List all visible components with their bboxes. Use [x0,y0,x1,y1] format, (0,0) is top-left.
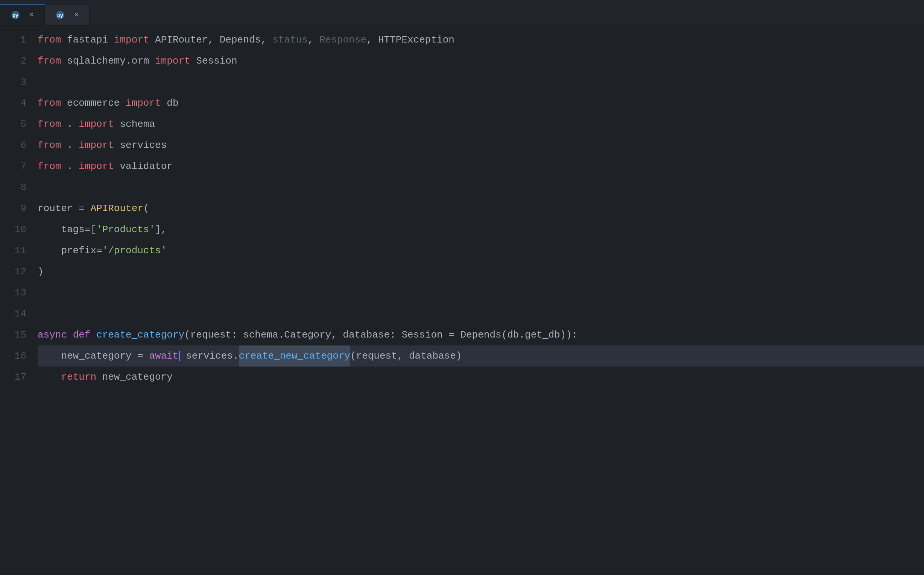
token-plain: router = [38,198,90,219]
tab-schema[interactable]: py × [45,5,90,25]
code-line: ⊟from fastapi import APIRouter, Depends,… [38,29,924,51]
code-line: from ecommerce import db [38,92,924,114]
code-line [38,303,924,324]
token-kw-from: from [38,156,61,177]
python-icon-2: py [55,10,65,20]
token-plain: services. [180,345,239,367]
token-kw-from: from [38,92,61,114]
token-kw-import: import [79,135,114,156]
token-plain: (request, database) [350,345,462,367]
token-plain: prefix= [38,240,102,261]
token-plain: ) [38,261,44,282]
token-plain: validator [114,156,173,177]
token-fn-name: create_category [96,324,184,345]
code-line: new_category = await services.create_new… [38,345,924,367]
tab-schema-close[interactable]: × [74,11,79,19]
token-plain: schema [114,114,155,135]
token-plain: (request: schema.Category, database: Ses… [184,324,577,345]
tab-bar: py × py × [0,0,924,25]
svg-text:py: py [57,13,63,18]
token-plain: APIRouter, Depends, [149,29,273,51]
token-dimmed: Response [319,29,366,51]
token-plain: ( [143,198,149,219]
token-kw-import: import [79,114,114,135]
token-kw-import: import [114,29,149,51]
token-plain: new_category [96,367,173,388]
token-plain: . [61,156,79,177]
code-line [38,177,924,198]
token-kw-from: from [38,29,61,51]
token-plain [90,324,96,345]
token-plain: . [61,114,79,135]
token-kw-def: def [73,324,91,345]
token-kw-from: from [38,51,61,71]
code-line: router = APIRouter( [38,198,924,219]
code-line: ⊟async def create_category(request: sche… [38,324,924,345]
token-kw-async: async [38,324,67,345]
token-kw-import: import [126,92,161,114]
token-plain: , [308,29,319,51]
code-line [38,282,924,303]
code-line: tags=['Products'], [38,219,924,240]
line-numbers: 1234567891011121314151617 [0,29,34,575]
token-plain: tags=[ [38,219,96,240]
token-class-name: APIRouter [90,198,143,219]
code-line: from sqlalchemy.orm import Session [38,51,924,71]
token-plain [38,367,61,388]
token-kw-import: import [155,51,190,71]
code-line: ⊟ return new_category [38,367,924,388]
token-plain: , HTTPException [366,29,455,51]
code-line: ⊟from . import validator [38,156,924,177]
token-plain: services [114,135,166,156]
token-string: '/products' [102,240,167,261]
token-string: 'Products' [96,219,155,240]
token-plain: Session [190,51,238,71]
code-content[interactable]: ⊟from fastapi import APIRouter, Depends,… [34,29,924,575]
token-highlight-method: create_new_category [239,345,350,367]
token-plain: fastapi [61,29,114,51]
token-kw-import: import [79,156,114,177]
code-area: 1234567891011121314151617 ⊟from fastapi … [0,25,924,575]
code-line: ) [38,261,924,282]
tab-router-close[interactable]: × [29,11,34,19]
token-kw-from: from [38,135,61,156]
token-plain: db [161,92,179,114]
svg-text:py: py [13,13,19,18]
code-line: from . import services [38,135,924,156]
token-plain [67,324,73,345]
tab-router[interactable]: py × [0,5,45,25]
token-kw-from: from [38,114,61,135]
token-plain: . [61,135,79,156]
editor-container: py × py × 1234567891011121314151617 ⊟fro… [0,0,924,575]
token-dimmed: status [273,29,308,51]
code-line [38,71,924,92]
token-kw-await: await [149,345,178,367]
code-line: from . import schema [38,114,924,135]
token-plain: new_category = [38,345,149,367]
python-icon: py [11,10,20,20]
token-plain: ecommerce [61,92,126,114]
token-plain: ], [155,219,166,240]
token-kw-from: return [61,367,96,388]
token-plain: sqlalchemy.orm [61,51,155,71]
code-line: prefix='/products' [38,240,924,261]
